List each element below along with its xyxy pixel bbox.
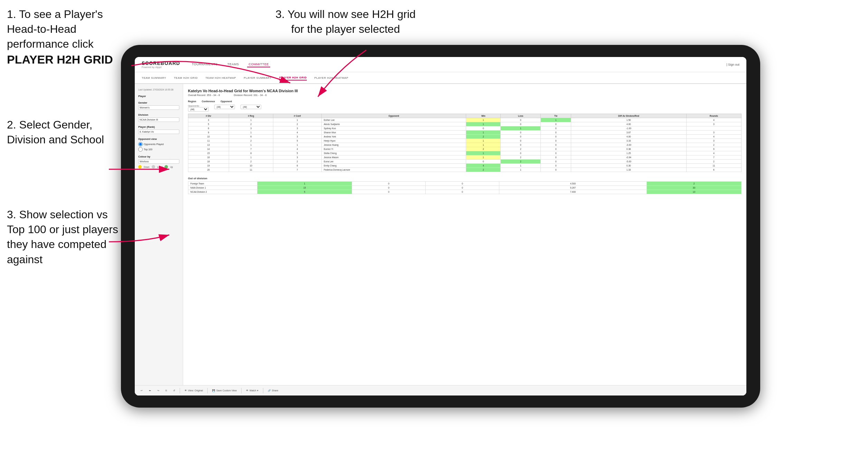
cell-rounds: 6 [686,168,741,172]
cell-tie: 0 [541,164,571,168]
opponent-filter-select[interactable]: (All) [240,105,261,109]
subnav-team-h2h[interactable]: TEAM H2H GRID [174,76,198,80]
table-row: 13 1 1 Jessica Huang 1 0 0 -3.00 2 [188,143,742,147]
undo-btn[interactable]: ↩ [139,389,144,393]
cell-win: 1 [466,122,501,126]
top100-option[interactable]: Top 100 [138,147,179,152]
colour-legend: Down Level Up [138,165,179,169]
gender-select[interactable]: Women's [138,105,179,110]
cell-opponent: Euna Lee [322,160,466,164]
top100-radio[interactable] [138,147,143,152]
opponents-filter-group: Opponents: (All) [188,105,209,112]
cell-tie: 0 [541,139,571,143]
nav-right: | Sign out [726,63,739,66]
cell-loss: 2 [501,147,541,151]
cell-loss: 1 [501,164,541,168]
sign-out-link[interactable]: | Sign out [726,63,739,66]
redo-btn[interactable]: ↪ [155,389,161,393]
subnav-player-h2h[interactable]: PLAYER H2H GRID [279,75,307,80]
filter-row: Region Conference Opponent [188,100,742,103]
colour-select[interactable]: Win/loss [138,159,179,164]
cell-loss: 2 [501,160,541,164]
cell-reg: 1 [229,143,273,147]
ood-cell-diff: 9.267 [499,186,647,190]
cell-reg: 2 [229,122,273,126]
cell-diff: 0.38 [571,147,687,151]
table-row: 6 3 3 Sydney Kuo 0 1 0 -1.00 [188,126,742,131]
opponent-played-option[interactable]: Opponents Played [138,142,179,146]
cell-loss: 0 [501,122,541,126]
cell-reg: 7 [229,147,273,151]
ood-cell-win: 5 [257,190,352,194]
ood-cell-rounds: 2 [647,182,741,186]
cell-opponent: Jessica Huang [322,143,466,147]
cell-div: 20 [188,168,229,172]
share-btn[interactable]: 🔗 Share [266,389,280,393]
save-custom-btn[interactable]: 💾 Save Custom View [210,389,238,393]
cell-reg: 3 [229,126,273,131]
cell-reg: 2 [229,139,273,143]
grid-records: Overall Record: 353 - 34 - 6 Division Re… [188,94,742,97]
view-original-btn[interactable]: 👁 View: Original [183,389,205,392]
table-row: 19 10 6 Emily Chang 4 1 0 0.30 11 [188,164,742,168]
colour-label-level: Level [157,166,163,168]
cell-win: 0 [466,160,501,164]
division-record: Division Record: 331 - 34 - 6 [234,94,267,97]
instruction-text-3: 3. You will now see H2H grid for the pla… [275,8,416,35]
toolbar-divider-1 [180,388,180,393]
nav-link-committee[interactable]: COMMITTEE [247,62,270,67]
cell-reg: 2 [229,160,273,164]
instruction-text-1: 1. To see a Player's Head-to-Head perfor… [7,8,103,50]
opponent-played-radio[interactable] [138,142,143,146]
cell-div: 18 [188,160,229,164]
cell-opponent: Eunice Yi [322,147,466,151]
cell-div: 15 [188,151,229,155]
cell-loss: 0 [501,143,541,147]
opponents-select[interactable]: (All) [188,107,209,112]
th-reg: # Reg [229,114,273,118]
ood-cell-opponent: Foreign Team [188,182,257,186]
colour-dot-down [138,165,142,169]
watch-btn[interactable]: 👁 Watch ▾ [244,389,260,393]
cell-div: 11 [188,139,229,143]
conference-filter-select[interactable]: (All) [214,105,235,109]
th-diff: Diff Av Strokes/Rnd [571,114,687,118]
h2h-table: # Div # Reg # Conf Opponent Win Loss Tie… [188,114,742,172]
subnav-team-summary[interactable]: TEAM SUMMARY [142,76,166,80]
out-of-division-header: Out of division [188,177,742,180]
table-row: 9 1 4 Sharon Mun 1 0 0 3.67 3 [188,131,742,135]
cell-diff: -5.00 [571,160,687,164]
cell-conf: 4 [273,131,321,135]
cell-diff: 1.33 [571,168,687,172]
cell-win: 1 [466,118,501,122]
refresh-btn[interactable]: ↺ [171,389,177,393]
ood-cell-loss: 0 [352,190,426,194]
instruction-text-2: 2. Select Gender, Division and School [7,118,104,146]
nav-link-teams[interactable]: TEAMS [226,62,240,67]
subnav-player-summary[interactable]: PLAYER SUMMARY [244,76,272,80]
cell-win: 1 [466,143,501,147]
ood-table-row: Foreign Team 1 0 0 4.500 2 [188,182,742,186]
region-label: Region [188,100,196,103]
player-rank-select[interactable]: 8. Katelyn Vo [138,130,179,134]
back-btn[interactable]: ⬅ [147,389,153,393]
subnav-team-heatmap[interactable]: TEAM H2H HEATMAP [205,76,236,80]
copy-btn[interactable]: ⎘ [164,389,169,392]
cell-opponent: Esther Lee [322,118,466,122]
cell-conf: 7 [273,168,321,172]
opponent-options: Opponents Played Top 100 [138,142,179,152]
cell-win: 4 [466,164,501,168]
th-opponent: Opponent [322,114,466,118]
cell-tie: 0 [541,122,571,126]
cell-win: 1 [466,151,501,155]
cell-div: 19 [188,164,229,168]
cell-conf: 1 [273,118,321,122]
table-row: 15 8 5 Stella Cheng 1 0 0 1.25 4 [188,151,742,155]
logo-text: SCOREBOARD [142,60,180,66]
tablet-frame: SCOREBOARD Powered by clippd TOURNAMENTS… [121,45,760,408]
subnav-player-heatmap[interactable]: PLAYER H2H HEATMAP [314,76,349,80]
main-content: Last Updated: 27/03/2024 16:55:38 Player… [135,84,746,395]
sidebar-colour-label: Colour by [138,155,179,158]
nav-link-tournaments[interactable]: TOURNAMENTS [190,62,219,67]
division-select[interactable]: NCAA Division III [138,117,179,122]
